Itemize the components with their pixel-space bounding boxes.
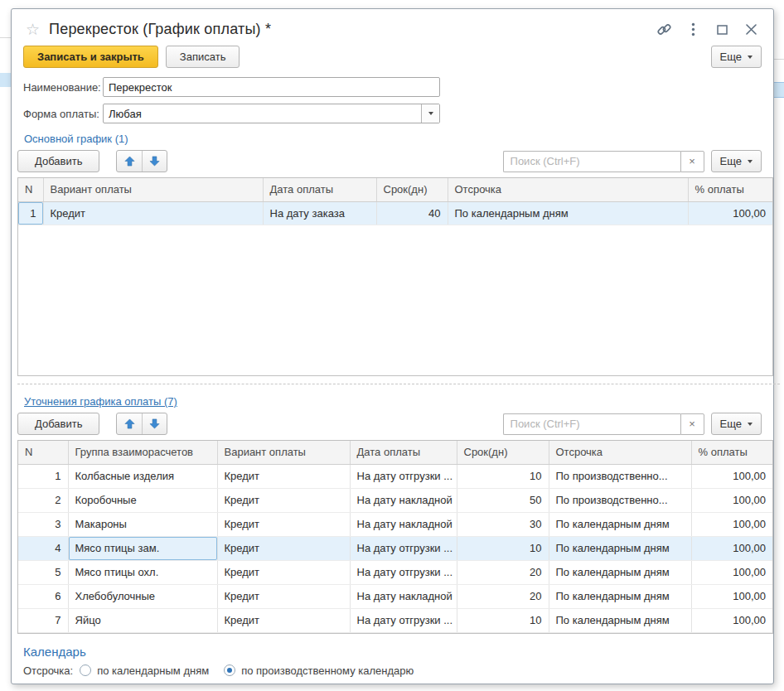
table-cell[interactable]: По календарным дням — [549, 584, 691, 608]
table-cell[interactable]: На дату отгрузки ... — [350, 608, 457, 632]
refinements-search-input[interactable] — [503, 413, 680, 435]
table-cell[interactable]: По календарным дням — [448, 201, 688, 225]
table-cell[interactable]: Кредит — [217, 464, 350, 488]
table-cell[interactable]: Яйцо — [68, 608, 217, 632]
save-and-close-button[interactable]: Записать и закрыть — [23, 46, 158, 68]
table-cell[interactable]: 10 — [457, 464, 549, 488]
column-header[interactable]: % оплаты — [688, 178, 772, 201]
column-header[interactable]: Отсрочка — [549, 441, 691, 464]
column-header[interactable]: Вариант оплаты — [43, 178, 263, 201]
table-cell[interactable]: Мясо птицы охл. — [68, 560, 217, 584]
table-cell[interactable]: 10 — [457, 608, 549, 632]
table-cell[interactable]: 40 — [376, 201, 448, 225]
table-cell[interactable]: 100,00 — [691, 488, 772, 512]
table-row[interactable]: 2КоробочныеКредитНа дату накладной50По п… — [18, 488, 772, 512]
table-cell[interactable]: На дату отгрузки ... — [350, 536, 457, 560]
table-row[interactable]: 4Мясо птицы зам.КредитНа дату отгрузки .… — [18, 536, 772, 560]
table-cell[interactable]: 4 — [18, 536, 68, 560]
refinements-group-link[interactable]: Уточнения графика оплаты (7) — [24, 395, 177, 408]
table-cell[interactable]: 1 — [18, 201, 43, 225]
favorite-star-icon[interactable]: ☆ — [26, 20, 40, 39]
table-cell[interactable]: По производственно... — [549, 488, 691, 512]
table-cell[interactable]: Хлебобулочные — [68, 584, 217, 608]
column-header[interactable]: Дата оплаты — [263, 178, 376, 201]
table-cell[interactable]: 1 — [18, 464, 68, 488]
table-cell[interactable]: 20 — [457, 584, 549, 608]
table-cell[interactable]: 100,00 — [688, 201, 772, 225]
main-table-more-button[interactable]: Еще — [711, 150, 762, 172]
refinements-search-clear-icon[interactable]: × — [680, 413, 704, 435]
table-cell[interactable]: 100,00 — [691, 512, 772, 536]
table-cell[interactable]: По производственно... — [549, 464, 691, 488]
table-cell[interactable]: По календарным дням — [549, 608, 691, 632]
table-row[interactable]: 1КредитНа дату заказа40По календарным дн… — [18, 201, 772, 225]
table-row[interactable]: 5Мясо птицы охл.КредитНа дату отгрузки .… — [18, 560, 772, 584]
payment-form-input[interactable] — [103, 104, 440, 123]
column-header[interactable]: N — [18, 178, 43, 201]
column-header[interactable]: Группа взаиморасчетов — [68, 441, 217, 464]
table-cell[interactable]: 100,00 — [691, 464, 772, 488]
table-cell[interactable]: 100,00 — [691, 536, 772, 560]
table-cell[interactable]: На дату накладной — [350, 584, 457, 608]
section-splitter[interactable] — [17, 384, 780, 384]
maximize-icon[interactable] — [711, 20, 733, 40]
radio-calendar-days[interactable]: по календарным дням — [80, 664, 209, 677]
table-cell[interactable]: На дату отгрузки ... — [350, 560, 457, 584]
table-cell[interactable]: По календарным дням — [549, 512, 691, 536]
table-cell[interactable]: На дату заказа — [263, 201, 376, 225]
table-cell[interactable]: 2 — [18, 488, 68, 512]
table-cell[interactable]: Кредит — [217, 512, 350, 536]
form-more-button[interactable]: Еще — [711, 46, 762, 68]
payment-form-dropdown-button[interactable] — [421, 104, 439, 123]
calendar-group-link[interactable]: Календарь — [23, 645, 762, 659]
name-input[interactable] — [103, 77, 440, 97]
table-cell[interactable]: 30 — [457, 512, 549, 536]
main-add-button[interactable]: Добавить — [17, 150, 99, 172]
column-header[interactable]: Срок(дн) — [376, 178, 448, 201]
main-search-clear-icon[interactable]: × — [680, 151, 704, 172]
table-row[interactable]: 1Колбасные изделияКредитНа дату отгрузки… — [18, 464, 772, 488]
table-cell[interactable]: Кредит — [217, 584, 350, 608]
table-row[interactable]: 6ХлебобулочныеКредитНа дату накладной20П… — [18, 584, 772, 608]
radio-icon[interactable] — [224, 664, 235, 676]
table-cell[interactable]: Кредит — [217, 608, 350, 632]
table-cell[interactable]: По календарным дням — [549, 536, 691, 560]
table-cell[interactable]: По календарным дням — [549, 560, 691, 584]
table-cell[interactable]: 7 — [18, 608, 68, 632]
close-icon[interactable] — [740, 20, 762, 40]
main-schedule-table[interactable]: NВариант оплатыДата оплатыСрок(дн)Отсроч… — [18, 178, 772, 225]
table-cell[interactable]: На дату накладной — [350, 488, 457, 512]
column-header[interactable]: Дата оплаты — [350, 441, 457, 464]
table-cell[interactable]: Коробочные — [68, 488, 217, 512]
table-cell[interactable]: На дату накладной — [350, 512, 457, 536]
table-cell[interactable]: Макароны — [68, 512, 217, 536]
table-cell[interactable]: 10 — [457, 536, 549, 560]
table-cell[interactable]: Мясо птицы зам. — [68, 536, 217, 560]
column-header[interactable]: Отсрочка — [448, 178, 688, 201]
table-cell[interactable]: Кредит — [43, 201, 263, 225]
table-cell[interactable]: Кредит — [217, 560, 350, 584]
radio-production-calendar[interactable]: по производственному календарю — [224, 664, 414, 677]
move-up-icon[interactable] — [117, 151, 142, 172]
column-header[interactable]: Вариант оплаты — [217, 441, 350, 464]
table-cell[interactable]: 100,00 — [691, 560, 772, 584]
table-cell[interactable]: Колбасные изделия — [68, 464, 217, 488]
table-cell[interactable]: 100,00 — [691, 584, 772, 608]
column-header[interactable]: Срок(дн) — [457, 441, 549, 464]
table-cell[interactable]: 3 — [18, 512, 68, 536]
table-cell[interactable]: 5 — [18, 560, 68, 584]
table-cell[interactable]: 6 — [18, 584, 68, 608]
table-row[interactable]: 3МакароныКредитНа дату накладной30По кал… — [18, 512, 772, 536]
move-up-icon[interactable] — [117, 413, 142, 434]
move-down-icon[interactable] — [142, 151, 167, 172]
radio-icon[interactable] — [80, 664, 91, 676]
table-cell[interactable]: 50 — [457, 488, 549, 512]
table-cell[interactable]: На дату отгрузки ... — [350, 464, 457, 488]
refinements-table[interactable]: NГруппа взаиморасчетовВариант оплатыДата… — [18, 441, 772, 633]
table-cell[interactable]: 20 — [457, 560, 549, 584]
column-header[interactable]: N — [18, 441, 68, 464]
refinements-table-more-button[interactable]: Еще — [711, 413, 762, 435]
column-header[interactable]: % оплаты — [691, 441, 772, 464]
table-row[interactable]: 7ЯйцоКредитНа дату отгрузки ...10По кале… — [18, 608, 772, 632]
kebab-menu-icon[interactable] — [682, 20, 704, 40]
